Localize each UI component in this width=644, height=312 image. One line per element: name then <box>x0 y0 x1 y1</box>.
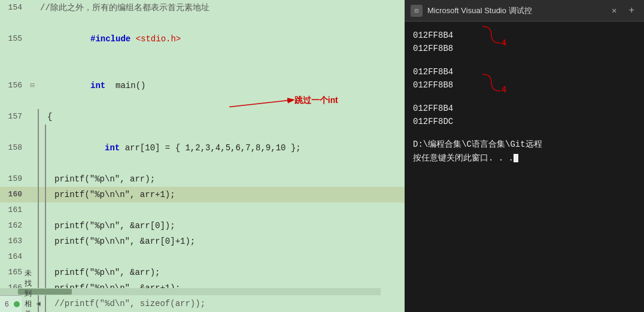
terminal-line-1: 012FF8B4 <box>413 29 636 42</box>
terminal-app-icon: ⊡ <box>411 5 423 17</box>
status-text: 未找到相关问题 <box>25 268 32 312</box>
code-line-163: 163 printf("%p\n\n", &arr[0]+1); <box>0 234 405 249</box>
code-line-165: 165 printf("%p\n", &arr); <box>0 265 405 280</box>
terminal-line-8: 按任意键关闭此窗口. . . <box>413 152 636 165</box>
line-num-158: 158 <box>0 140 27 156</box>
code-line-154: 154 //除此之外，所有的编组名都表示首元素地址 <box>0 0 405 16</box>
line-ind-156: ⊟ <box>27 78 38 93</box>
code-line-167: 167 //printf("%d\n", sizeof(arr)); <box>0 296 405 311</box>
line-num-162: 162 <box>0 218 27 234</box>
terminal-title: Microsoft Visual Studio 调试控 <box>427 5 603 16</box>
line-content-162: printf("%p\n", &arr[0]); <box>52 218 405 234</box>
code-line-158: 158 int arr[10] = { 1,2,3,4,5,6,7,8,9,10… <box>0 125 405 171</box>
line-content-156: int main() <box>38 62 405 109</box>
terminal-empty-3 <box>413 128 636 138</box>
code-line-155: 155 #include <stdio.h> <box>0 16 405 62</box>
line-num-156: 156 <box>0 78 27 93</box>
code-editor: 154 //除此之外，所有的编组名都表示首元素地址 155 #include <… <box>0 0 405 312</box>
line-num-163: 163 <box>0 234 27 249</box>
terminal-add-button[interactable]: + <box>625 4 638 17</box>
status-bar: 6 未找到相关问题 ◄ <box>0 295 22 312</box>
line-num-155: 155 <box>0 31 27 47</box>
main-container: 154 //除此之外，所有的编组名都表示首元素地址 155 #include <… <box>0 0 644 312</box>
status-dot <box>14 301 20 307</box>
line-content-154: //除此之外，所有的编组名都表示首元素地址 <box>38 0 405 16</box>
line-content-157: { <box>45 109 405 125</box>
line-num-160: 160 <box>0 187 27 202</box>
line-num-165: 165 <box>0 265 27 280</box>
line-content-160: printf("%p\n\n", arr+1); <box>52 187 405 202</box>
terminal-line-3: 012FF8B4 <box>413 65 636 78</box>
scrollbar-track[interactable] <box>0 288 381 295</box>
code-line-157: 157 { <box>0 109 405 125</box>
code-line-159: 159 printf("%p\n", arr); <box>0 171 405 187</box>
line-num-154: 154 <box>0 0 27 16</box>
line-col-indicator: 6 <box>5 300 9 308</box>
line-content-163: printf("%p\n\n", &arr[0]+1); <box>52 234 405 249</box>
code-line-161: 161 <box>0 202 405 218</box>
terminal-line-7: D:\编程合集\C语言合集\Git远程 <box>413 138 636 151</box>
line-content-159: printf("%p\n", arr); <box>52 171 405 187</box>
line-num-161: 161 <box>0 202 27 218</box>
line-num-164: 164 <box>0 249 27 265</box>
line-content-158: int arr[10] = { 1,2,3,4,5,6,7,8,9,10 }; <box>52 125 405 171</box>
terminal-line-4: 012FF8B8 <box>413 78 636 92</box>
terminal-header: ⊡ Microsoft Visual Studio 调试控 ✕ + <box>405 0 644 22</box>
code-area: 154 //除此之外，所有的编组名都表示首元素地址 155 #include <… <box>0 0 405 312</box>
terminal-empty-1 <box>413 56 636 65</box>
terminal-line-6: 012FF8DC <box>413 115 636 128</box>
line-num-159: 159 <box>0 171 27 187</box>
line-content-165: printf("%p\n", &arr); <box>52 265 405 280</box>
terminal-body: 012FF8B4 012FF8B8 4 4 012FF8B4 012FF8B8 … <box>405 22 644 312</box>
terminal-line-2: 012FF8B8 <box>413 42 636 55</box>
code-line-160: 160 printf("%p\n\n", arr+1); <box>0 187 405 202</box>
scroll-arrow-left[interactable]: ◄ <box>37 300 41 308</box>
line-content-167: //printf("%d\n", sizeof(arr)); <box>52 296 405 311</box>
line-content-155: #include <stdio.h> <box>38 16 405 62</box>
terminal-line-5: 012FF8B4 <box>413 102 636 115</box>
code-line-156: 156 ⊟ int main() <box>0 62 405 109</box>
terminal-panel: ⊡ Microsoft Visual Studio 调试控 ✕ + 012FF8… <box>405 0 644 312</box>
code-line-162: 162 printf("%p\n", &arr[0]); <box>0 218 405 234</box>
terminal-cursor <box>514 154 518 162</box>
terminal-empty-2 <box>413 92 636 102</box>
terminal-close-button[interactable]: ✕ <box>608 4 620 17</box>
line-num-157: 157 <box>0 109 27 125</box>
code-line-164: 164 <box>0 249 405 265</box>
